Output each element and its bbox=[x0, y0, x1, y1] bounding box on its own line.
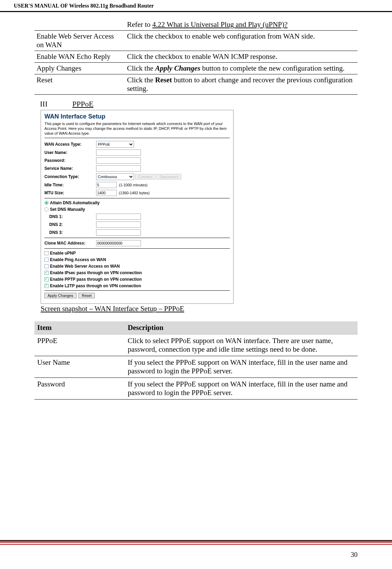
check-web-label: Enable Web Server Access on WAN bbox=[50, 264, 120, 269]
radio-manual-label: Set DNS Manually bbox=[50, 207, 85, 212]
desc-web-server: Click the checkbox to enable web configu… bbox=[125, 31, 358, 51]
password-input[interactable] bbox=[96, 157, 141, 164]
idle-time-meta: (1-1000 minutes) bbox=[119, 183, 147, 187]
mtu-size-meta: (1360-1492 bytes) bbox=[119, 191, 149, 195]
password-label: Password: bbox=[44, 158, 96, 163]
service-name-input[interactable] bbox=[96, 165, 141, 172]
check-l2tp[interactable] bbox=[44, 284, 49, 288]
label-web-server: Enable Web Server Access on WAN bbox=[34, 31, 125, 51]
refer-link[interactable]: 4.22 What is Universal Plug and Play (uP… bbox=[152, 20, 288, 29]
apply-button[interactable]: Apply Changes bbox=[44, 293, 76, 298]
check-upnp-label: Enable uPNP bbox=[50, 251, 76, 256]
section-title: PPPoE bbox=[72, 100, 93, 108]
wan-access-select[interactable]: PPPoE bbox=[96, 141, 134, 148]
refer-text: Refer to bbox=[127, 20, 152, 29]
radio-manual[interactable] bbox=[44, 207, 49, 211]
check-ping[interactable] bbox=[44, 258, 49, 262]
connection-type-label: Connection Type: bbox=[44, 174, 96, 179]
radio-auto[interactable] bbox=[44, 201, 49, 205]
reset-button[interactable]: Reset bbox=[79, 293, 95, 298]
th-item: Item bbox=[34, 321, 125, 334]
check-pptp-label: Enable PPTP pass through on VPN connecti… bbox=[50, 277, 142, 282]
top-table: Refer to 4.22 What is Universal Plug and… bbox=[34, 19, 358, 95]
radio-auto-label: Attain DNS Automatically bbox=[50, 200, 100, 205]
user-name-label: User Name: bbox=[44, 150, 96, 155]
page-header: USER'S MANUAL OF Wireless 802.11g Broadb… bbox=[0, 0, 392, 12]
check-ipsec-label: Enable IPsec pass through on VPN connect… bbox=[50, 270, 142, 275]
check-l2tp-label: Enable L2TP pass through on VPN connecti… bbox=[50, 283, 141, 288]
label-wan-echo: Enable WAN Echo Reply bbox=[34, 51, 125, 63]
dns2-input[interactable] bbox=[96, 221, 141, 228]
mtu-size-label: MTU Size: bbox=[44, 190, 96, 195]
dns1-label: DNS 1: bbox=[49, 214, 96, 219]
connect-button[interactable]: Connect bbox=[135, 174, 155, 179]
ss-description: This page is used to configure the param… bbox=[44, 122, 230, 138]
screenshot: WAN Interface Setup This page is used to… bbox=[41, 110, 234, 304]
dns1-input[interactable] bbox=[96, 214, 141, 220]
ss-title: WAN Interface Setup bbox=[44, 113, 230, 120]
row-password-item: Password bbox=[34, 378, 125, 400]
check-ping-label: Enable Ping Access on WAN bbox=[50, 257, 106, 262]
service-name-label: Service Name: bbox=[44, 166, 96, 171]
idle-time-label: Idle Time: bbox=[44, 183, 96, 187]
page-content: Refer to 4.22 What is Universal Plug and… bbox=[0, 12, 392, 400]
row-pppoe-desc: Click to select PPPoE support on WAN int… bbox=[125, 334, 358, 356]
row-username-desc: If you select the PPPoE support on WAN i… bbox=[125, 356, 358, 378]
row-password-desc: If you select the PPPoE support on WAN i… bbox=[125, 378, 358, 400]
section-number: III bbox=[40, 100, 71, 108]
dns2-label: DNS 2: bbox=[49, 222, 96, 227]
row-username-item: User Name bbox=[34, 356, 125, 378]
connection-type-select[interactable]: Continuous bbox=[96, 173, 134, 180]
desc-wan-echo: Click the checkbox to enable WAN ICMP re… bbox=[125, 51, 358, 63]
check-ipsec[interactable] bbox=[44, 271, 49, 275]
screenshot-caption: Screen snapshot – WAN Interface Setup – … bbox=[41, 304, 358, 313]
idle-time-input[interactable] bbox=[96, 182, 117, 188]
clone-mac-label: Clone MAC Address: bbox=[44, 241, 96, 246]
user-name-input[interactable] bbox=[96, 149, 141, 156]
wan-access-label: WAN Access Type: bbox=[44, 142, 96, 147]
label-reset: Reset bbox=[34, 74, 125, 95]
page-number: 30 bbox=[351, 551, 358, 559]
desc-reset: Click the Reset button to abort change a… bbox=[125, 74, 358, 95]
label-apply: Apply Changes bbox=[34, 63, 125, 74]
check-pptp[interactable] bbox=[44, 277, 49, 281]
disconnect-button[interactable]: Disconnect bbox=[156, 174, 181, 179]
th-description: Description bbox=[125, 321, 358, 334]
check-web[interactable] bbox=[44, 264, 49, 268]
footer-bar bbox=[0, 540, 392, 543]
row-pppoe-item: PPPoE bbox=[34, 334, 125, 356]
desc-apply: Click the Apply Changes button to comple… bbox=[125, 63, 358, 74]
section-heading: III PPPoE bbox=[40, 100, 358, 108]
clone-mac-input[interactable] bbox=[96, 240, 141, 246]
description-table: Item Description PPPoE Click to select P… bbox=[34, 321, 358, 400]
mtu-size-input[interactable] bbox=[96, 190, 117, 196]
dns3-input[interactable] bbox=[96, 229, 141, 236]
dns3-label: DNS 3: bbox=[49, 230, 96, 235]
check-upnp[interactable] bbox=[44, 251, 49, 255]
